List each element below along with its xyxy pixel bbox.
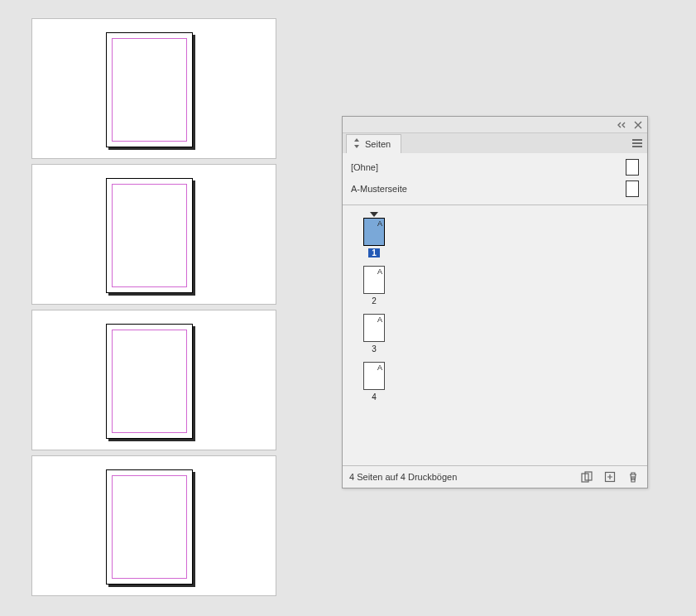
page-thumb-2[interactable] xyxy=(106,178,194,294)
page-thumb[interactable]: A xyxy=(363,314,385,342)
master-prefix: A xyxy=(377,267,382,276)
pages-list: A 1 A 2 A 3 A 4 xyxy=(343,205,647,466)
spread-3[interactable] xyxy=(31,310,276,450)
page-thumb[interactable]: A xyxy=(363,266,385,294)
collapse-icon[interactable] xyxy=(616,119,627,131)
page-number: 4 xyxy=(368,392,380,402)
new-page-icon[interactable] xyxy=(602,469,617,484)
current-page-marker-icon xyxy=(370,212,378,217)
page-margin-guide xyxy=(112,330,187,433)
page-rect xyxy=(106,469,193,585)
delete-page-icon[interactable] xyxy=(626,469,641,484)
page-number: 3 xyxy=(368,344,380,354)
master-pages-section: [Ohne] A-Musterseite xyxy=(343,153,647,205)
page-thumb[interactable]: A xyxy=(363,362,385,390)
panel-tabbar: Seiten xyxy=(343,133,647,153)
page-item-2[interactable]: A 2 xyxy=(359,266,389,306)
master-thumb-a xyxy=(626,180,639,197)
tab-label: Seiten xyxy=(365,139,391,149)
panel-titlebar xyxy=(343,117,647,133)
master-prefix: A xyxy=(377,363,382,372)
page-item-4[interactable]: A 4 xyxy=(359,362,389,402)
updown-icon xyxy=(353,138,360,150)
page-rect xyxy=(106,324,193,439)
spread-4[interactable] xyxy=(31,455,276,596)
master-row-none[interactable]: [Ohne] xyxy=(349,156,641,178)
page-rect xyxy=(106,178,193,293)
master-label: [Ohne] xyxy=(351,162,619,172)
document-spreads-column xyxy=(31,18,276,601)
page-thumb-4[interactable] xyxy=(106,469,194,585)
edit-page-size-icon[interactable] xyxy=(579,469,594,484)
master-prefix: A xyxy=(377,219,382,228)
panel-menu-icon[interactable] xyxy=(627,133,647,153)
page-item-1[interactable]: A 1 xyxy=(359,212,389,257)
page-margin-guide xyxy=(112,475,187,579)
page-number: 1 xyxy=(368,248,380,257)
master-thumb-none xyxy=(626,159,639,176)
panel-footer: 4 Seiten auf 4 Druckbögen xyxy=(343,466,647,488)
master-label: A-Musterseite xyxy=(351,184,619,194)
page-rect xyxy=(106,32,193,147)
master-row-a[interactable]: A-Musterseite xyxy=(349,178,641,200)
page-thumb[interactable]: A xyxy=(363,218,385,246)
master-prefix: A xyxy=(377,315,382,324)
tab-pages[interactable]: Seiten xyxy=(346,134,401,153)
page-thumb-1[interactable] xyxy=(106,32,194,148)
page-margin-guide xyxy=(112,184,187,287)
page-number: 2 xyxy=(368,296,380,306)
page-item-3[interactable]: A 3 xyxy=(359,314,389,354)
footer-status-text: 4 Seiten auf 4 Druckbögen xyxy=(349,472,571,482)
spread-2[interactable] xyxy=(31,164,276,305)
spread-1[interactable] xyxy=(31,18,276,159)
page-margin-guide xyxy=(112,38,187,142)
pages-panel: Seiten [Ohne] A-Musterseite A 1 A 2 xyxy=(342,116,648,488)
page-thumb-3[interactable] xyxy=(106,324,194,440)
close-icon[interactable] xyxy=(632,119,644,131)
